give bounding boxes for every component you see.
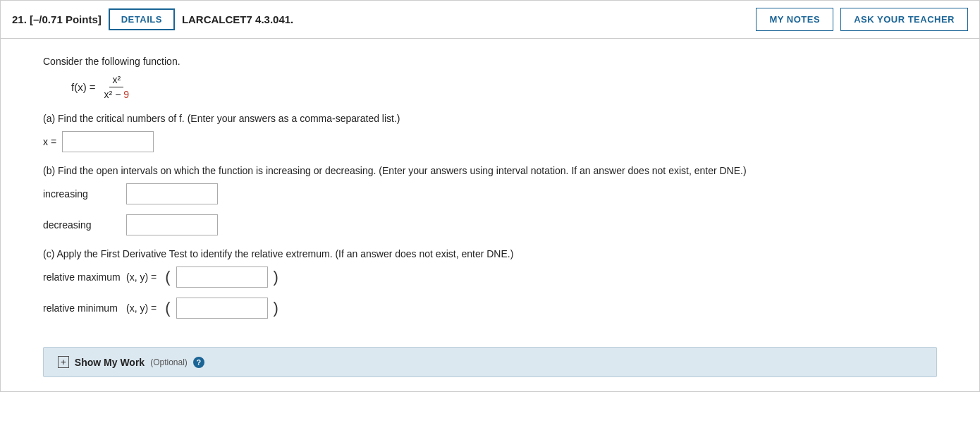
decreasing-label: decreasing	[43, 219, 121, 231]
main-content: Consider the following function. f(x) = …	[1, 39, 979, 391]
rel-min-coords-label: (x, y) =	[126, 302, 157, 314]
part-c: (c) Apply the First Derivative Test to i…	[43, 248, 937, 319]
rel-min-row: relative minimum (x, y) = ( )	[43, 298, 937, 319]
increasing-label: increasing	[43, 188, 121, 200]
part-a-input-row: x =	[43, 131, 937, 152]
header-left: 21. [–/0.71 Points] DETAILS LARCALCET7 4…	[12, 8, 756, 30]
part-a-label: (a) Find the critical numbers of f. (Ent…	[43, 113, 937, 124]
problem-code: LARCALCET7 4.3.041.	[182, 13, 293, 25]
rel-max-label: relative maximum	[43, 271, 121, 283]
show-work-label: Show My Work	[75, 357, 145, 368]
expand-icon: +	[58, 356, 69, 368]
info-icon[interactable]: ?	[193, 357, 204, 368]
numerator: x²	[109, 74, 123, 87]
open-paren-min: (	[165, 300, 170, 316]
decreasing-input[interactable]	[126, 214, 218, 235]
rel-min-input[interactable]	[176, 298, 268, 319]
close-paren-min: )	[274, 300, 278, 316]
function-display: f(x) = x² x² − 9	[71, 74, 937, 100]
increasing-row: increasing	[43, 183, 937, 204]
rel-max-coords-label: (x, y) =	[126, 271, 157, 283]
header-right: MY NOTES ASK YOUR TEACHER	[756, 8, 968, 31]
show-my-work-bar[interactable]: + Show My Work (Optional) ?	[43, 347, 937, 377]
denominator-number: 9	[123, 89, 129, 100]
problem-number: 21. [–/0.71 Points]	[12, 13, 102, 25]
show-work-optional: (Optional)	[150, 357, 188, 367]
close-paren-max: )	[274, 269, 278, 285]
rel-max-row: relative maximum (x, y) = ( )	[43, 266, 937, 288]
my-notes-button[interactable]: MY NOTES	[756, 8, 833, 31]
part-a: (a) Find the critical numbers of f. (Ent…	[43, 113, 937, 152]
part-b-label: (b) Find the open intervals on which the…	[43, 165, 937, 176]
problem-header: 21. [–/0.71 Points] DETAILS LARCALCET7 4…	[1, 1, 979, 39]
rel-max-input[interactable]	[176, 266, 268, 288]
part-b: (b) Find the open intervals on which the…	[43, 165, 937, 235]
part-a-input[interactable]	[62, 131, 154, 152]
part-c-label: (c) Apply the First Derivative Test to i…	[43, 248, 937, 259]
increasing-input[interactable]	[126, 183, 218, 204]
x-equals-label: x =	[43, 136, 56, 147]
open-paren-max: (	[165, 269, 170, 285]
consider-text: Consider the following function.	[43, 56, 937, 67]
denominator-x2: x²	[104, 89, 113, 100]
function-label: f(x) =	[71, 81, 96, 93]
details-button[interactable]: DETAILS	[109, 8, 175, 30]
fraction: x² x² − 9	[102, 74, 132, 100]
decreasing-row: decreasing	[43, 214, 937, 235]
denominator-sep: −	[115, 89, 123, 100]
ask-teacher-button[interactable]: ASK YOUR TEACHER	[840, 8, 968, 31]
rel-min-label: relative minimum	[43, 302, 121, 314]
denominator: x² − 9	[102, 87, 132, 100]
